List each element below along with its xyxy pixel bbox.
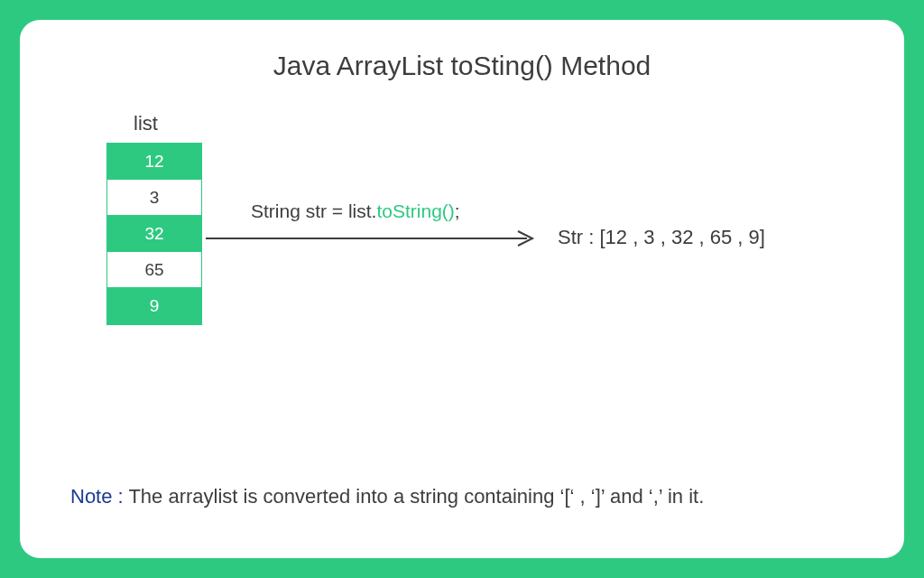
arrow-icon <box>206 228 540 249</box>
note: Note : The arraylist is converted into a… <box>70 482 854 511</box>
list-cell: 32 <box>107 216 201 252</box>
list-cell: 9 <box>107 288 201 324</box>
list-cell: 12 <box>107 144 201 180</box>
note-text: The arraylist is converted into a string… <box>128 485 704 508</box>
result-text: Str : [12 , 3 , 32 , 65 , 9] <box>558 226 765 249</box>
diagram-stage: list 12 3 32 65 9 String str = list.toSt… <box>70 112 854 383</box>
array-list: 12 3 32 65 9 <box>106 143 202 325</box>
note-label: Note : <box>70 485 128 508</box>
list-label: list <box>134 112 158 135</box>
code-suffix: ; <box>455 200 460 221</box>
diagram-card: Java ArrayList toSting() Method list 12 … <box>20 20 904 558</box>
list-cell: 65 <box>107 252 201 288</box>
code-prefix: String str = list. <box>251 200 376 221</box>
page-title: Java ArrayList toSting() Method <box>70 51 854 81</box>
code-expression: String str = list.toString(); <box>251 200 460 222</box>
list-cell: 3 <box>107 180 201 216</box>
code-method: toString() <box>376 200 454 221</box>
